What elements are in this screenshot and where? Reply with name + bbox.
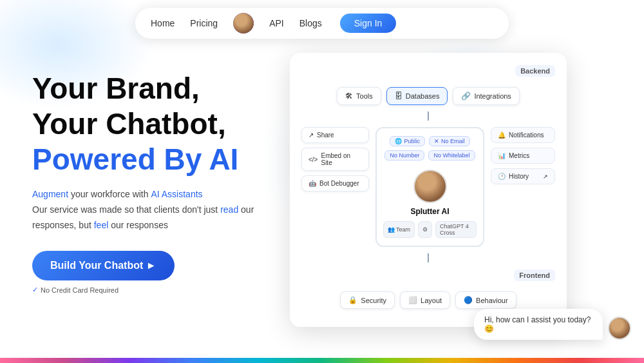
- metrics-btn[interactable]: 📊 Metrics: [491, 148, 555, 164]
- chatgpt-label: ChatGPT 4 Cross: [440, 223, 472, 236]
- navbar-inner: Home Pricing API Blogs Sign In: [135, 8, 509, 39]
- layout-btn[interactable]: ⬜ Layout: [400, 291, 450, 309]
- history-icon: 🕐: [498, 173, 506, 180]
- hero-desc-line2-mid: our: [238, 204, 254, 215]
- no-email-label: No Email: [441, 138, 465, 144]
- connector-top: [428, 112, 429, 121]
- integrations-icon: 🔗: [461, 92, 471, 101]
- team-icon: 👥: [388, 226, 395, 233]
- bot-pills: 🌐 Public ✕ No Email No Number No Whitela…: [383, 136, 477, 161]
- notifications-btn[interactable]: 🔔 Notifications: [491, 127, 555, 143]
- history-label: History: [509, 173, 529, 180]
- databases-label: Databases: [406, 92, 440, 100]
- cta-button[interactable]: Build Your Chatbot ►: [32, 251, 175, 280]
- settings-chip[interactable]: ⚙: [418, 221, 432, 238]
- hero-desc-line3-end: our responses: [108, 220, 168, 230]
- connector-bottom: [428, 253, 429, 262]
- embed-btn[interactable]: </> Embed on Site: [301, 148, 369, 171]
- integrations-label: Integrations: [474, 92, 511, 100]
- dashboard-section: Backend 🛠 Tools 🗄 Databases 🔗 Integratio…: [290, 53, 612, 327]
- settings-icon: ⚙: [422, 226, 428, 233]
- diagram-card: Backend 🛠 Tools 🗄 Databases 🔗 Integratio…: [290, 53, 567, 327]
- no-whitelabel-pill[interactable]: No Whitelabel: [428, 150, 475, 161]
- frontend-label: Frontend: [514, 270, 555, 281]
- embed-label: Embed on Site: [321, 152, 362, 166]
- no-number-pill[interactable]: No Number: [384, 150, 424, 161]
- security-icon: 🔒: [348, 296, 357, 304]
- chat-bot-avatar[interactable]: [608, 317, 631, 340]
- layout-icon: ⬜: [408, 296, 417, 304]
- share-label: Share: [317, 132, 334, 139]
- layout-label: Layout: [421, 297, 442, 304]
- left-actions: ↗ Share </> Embed on Site 🤖 Bot Debugger: [301, 127, 369, 247]
- bot-avatar-image: [415, 171, 446, 202]
- right-actions: 🔔 Notifications 📊 Metrics 🕐 History ↗: [491, 127, 555, 247]
- history-link-icon: ↗: [543, 173, 548, 180]
- bot-name: Splutter AI: [410, 207, 449, 216]
- share-btn[interactable]: ↗ Share: [301, 127, 369, 143]
- avatar[interactable]: [233, 13, 254, 34]
- public-icon: 🌐: [395, 138, 402, 144]
- chat-bubble: Hi, how can I assist you today? 😊: [474, 309, 603, 340]
- integrations-btn[interactable]: 🔗 Integrations: [453, 87, 519, 105]
- hero-desc-line2-pre: Our service was made so that clients don…: [32, 204, 220, 215]
- security-btn[interactable]: 🔒 Security: [340, 291, 395, 309]
- diagram-middle: ↗ Share </> Embed on Site 🤖 Bot Debugger: [301, 127, 555, 247]
- main-content: Your Brand, Your Chatbot, Powered By AI …: [0, 46, 644, 327]
- tools-label: Tools: [356, 92, 373, 100]
- hero-feel-word: feel: [94, 220, 109, 230]
- notifications-label: Notifications: [509, 132, 544, 139]
- no-whitelabel-label: No Whitelabel: [433, 152, 469, 159]
- debugger-label: Bot Debugger: [319, 180, 359, 187]
- nav-api[interactable]: API: [269, 18, 284, 28]
- avatar-image: [233, 13, 254, 34]
- behaviour-label: Behaviour: [476, 297, 508, 304]
- hero-augment-word: Augment: [32, 189, 68, 199]
- hero-desc-line3-pre: responses, but: [32, 220, 94, 230]
- no-number-label: No Number: [390, 152, 419, 159]
- databases-icon: 🗄: [395, 92, 402, 101]
- bot-action-row: 👥 Team ⚙ ChatGPT 4 Cross: [383, 221, 477, 238]
- hero-section: Your Brand, Your Chatbot, Powered By AI …: [32, 59, 303, 294]
- public-pill[interactable]: 🌐 Public: [390, 136, 425, 146]
- share-icon: ↗: [308, 132, 314, 139]
- behaviour-btn[interactable]: 🔵 Behaviour: [455, 291, 516, 309]
- chatgpt-chip[interactable]: ChatGPT 4 Cross: [435, 221, 477, 238]
- no-cc-text: No Credit Card Required: [41, 286, 118, 294]
- nav-links: Home Pricing API Blogs: [151, 13, 322, 34]
- hero-read-word: read: [220, 204, 238, 215]
- frontend-row: 🔒 Security ⬜ Layout 🔵 Behaviour: [301, 291, 555, 309]
- metrics-icon: 📊: [498, 152, 506, 159]
- hero-description: Augment your workforce with AI Assistant…: [32, 187, 303, 233]
- debugger-icon: 🤖: [308, 180, 316, 187]
- embed-icon: </>: [308, 156, 317, 163]
- nav-pricing[interactable]: Pricing: [190, 18, 218, 28]
- no-email-pill[interactable]: ✕ No Email: [429, 136, 470, 146]
- nav-home[interactable]: Home: [151, 18, 175, 28]
- metrics-label: Metrics: [509, 152, 529, 159]
- bottom-gradient-bar: [0, 358, 644, 363]
- checkmark-icon: ✓: [32, 286, 38, 294]
- no-cc-label: ✓ No Credit Card Required: [32, 286, 303, 294]
- databases-btn[interactable]: 🗄 Databases: [386, 87, 448, 105]
- chat-bubble-text: Hi, how can I assist you today? 😊: [484, 315, 591, 333]
- nav-blogs[interactable]: Blogs: [299, 18, 322, 28]
- center-card: 🌐 Public ✕ No Email No Number No Whitela…: [375, 127, 484, 247]
- bot-avatar: [413, 170, 447, 203]
- signin-button[interactable]: Sign In: [340, 14, 397, 33]
- tools-icon: 🛠: [345, 92, 353, 101]
- bot-debugger-btn[interactable]: 🤖 Bot Debugger: [301, 175, 369, 191]
- no-email-icon: ✕: [434, 138, 439, 144]
- chat-bubble-container: Hi, how can I assist you today? 😊: [474, 309, 631, 340]
- public-label: Public: [404, 138, 420, 144]
- history-btn[interactable]: 🕐 History ↗: [491, 168, 555, 184]
- security-label: Security: [361, 297, 386, 304]
- navbar: Home Pricing API Blogs Sign In: [0, 0, 644, 46]
- notifications-icon: 🔔: [498, 132, 506, 139]
- team-chip[interactable]: 👥 Team: [383, 221, 415, 238]
- hero-title-blue: Powered By AI: [32, 142, 303, 177]
- hero-ai-word: AI Assistants: [151, 189, 202, 199]
- frontend-section: Frontend 🔒 Security ⬜ Layout 🔵 Behaviour: [301, 269, 555, 309]
- hero-desc-mid1: your workforce with: [68, 189, 151, 199]
- tools-btn[interactable]: 🛠 Tools: [337, 87, 381, 105]
